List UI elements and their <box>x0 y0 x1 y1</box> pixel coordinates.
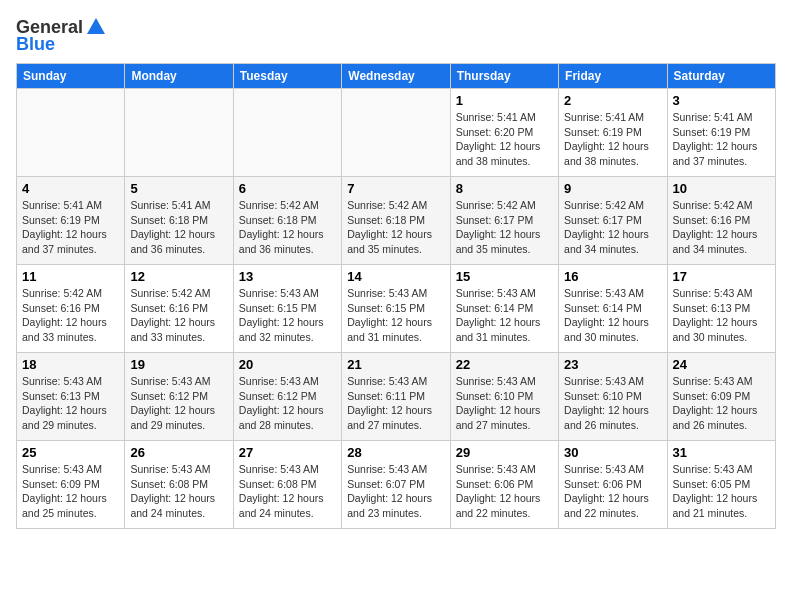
day-info: Sunrise: 5:43 AM Sunset: 6:08 PM Dayligh… <box>130 462 227 521</box>
calendar-cell: 16Sunrise: 5:43 AM Sunset: 6:14 PM Dayli… <box>559 265 667 353</box>
header-cell-monday: Monday <box>125 64 233 89</box>
day-info: Sunrise: 5:43 AM Sunset: 6:09 PM Dayligh… <box>673 374 770 433</box>
calendar-cell: 14Sunrise: 5:43 AM Sunset: 6:15 PM Dayli… <box>342 265 450 353</box>
header-cell-friday: Friday <box>559 64 667 89</box>
calendar-cell: 2Sunrise: 5:41 AM Sunset: 6:19 PM Daylig… <box>559 89 667 177</box>
day-number: 4 <box>22 181 119 196</box>
logo-icon <box>85 16 107 38</box>
day-number: 19 <box>130 357 227 372</box>
calendar-cell: 9Sunrise: 5:42 AM Sunset: 6:17 PM Daylig… <box>559 177 667 265</box>
calendar-cell: 3Sunrise: 5:41 AM Sunset: 6:19 PM Daylig… <box>667 89 775 177</box>
calendar-cell: 8Sunrise: 5:42 AM Sunset: 6:17 PM Daylig… <box>450 177 558 265</box>
day-number: 3 <box>673 93 770 108</box>
calendar-week-row: 18Sunrise: 5:43 AM Sunset: 6:13 PM Dayli… <box>17 353 776 441</box>
day-number: 28 <box>347 445 444 460</box>
calendar-cell: 30Sunrise: 5:43 AM Sunset: 6:06 PM Dayli… <box>559 441 667 529</box>
day-number: 12 <box>130 269 227 284</box>
day-number: 22 <box>456 357 553 372</box>
day-info: Sunrise: 5:42 AM Sunset: 6:16 PM Dayligh… <box>22 286 119 345</box>
header-cell-saturday: Saturday <box>667 64 775 89</box>
day-number: 25 <box>22 445 119 460</box>
calendar-header-row: SundayMondayTuesdayWednesdayThursdayFrid… <box>17 64 776 89</box>
calendar-week-row: 1Sunrise: 5:41 AM Sunset: 6:20 PM Daylig… <box>17 89 776 177</box>
calendar-cell: 13Sunrise: 5:43 AM Sunset: 6:15 PM Dayli… <box>233 265 341 353</box>
day-number: 23 <box>564 357 661 372</box>
day-info: Sunrise: 5:43 AM Sunset: 6:15 PM Dayligh… <box>239 286 336 345</box>
calendar-cell: 31Sunrise: 5:43 AM Sunset: 6:05 PM Dayli… <box>667 441 775 529</box>
calendar-cell: 22Sunrise: 5:43 AM Sunset: 6:10 PM Dayli… <box>450 353 558 441</box>
day-info: Sunrise: 5:43 AM Sunset: 6:13 PM Dayligh… <box>673 286 770 345</box>
day-number: 18 <box>22 357 119 372</box>
day-info: Sunrise: 5:43 AM Sunset: 6:10 PM Dayligh… <box>564 374 661 433</box>
day-number: 21 <box>347 357 444 372</box>
calendar-cell: 1Sunrise: 5:41 AM Sunset: 6:20 PM Daylig… <box>450 89 558 177</box>
day-info: Sunrise: 5:43 AM Sunset: 6:05 PM Dayligh… <box>673 462 770 521</box>
calendar-cell: 12Sunrise: 5:42 AM Sunset: 6:16 PM Dayli… <box>125 265 233 353</box>
calendar-cell: 24Sunrise: 5:43 AM Sunset: 6:09 PM Dayli… <box>667 353 775 441</box>
day-info: Sunrise: 5:42 AM Sunset: 6:17 PM Dayligh… <box>564 198 661 257</box>
day-info: Sunrise: 5:43 AM Sunset: 6:12 PM Dayligh… <box>130 374 227 433</box>
calendar-cell: 15Sunrise: 5:43 AM Sunset: 6:14 PM Dayli… <box>450 265 558 353</box>
day-number: 11 <box>22 269 119 284</box>
day-info: Sunrise: 5:43 AM Sunset: 6:10 PM Dayligh… <box>456 374 553 433</box>
day-number: 10 <box>673 181 770 196</box>
day-info: Sunrise: 5:43 AM Sunset: 6:06 PM Dayligh… <box>456 462 553 521</box>
header-cell-thursday: Thursday <box>450 64 558 89</box>
day-info: Sunrise: 5:43 AM Sunset: 6:07 PM Dayligh… <box>347 462 444 521</box>
logo-blue-text: Blue <box>16 34 55 55</box>
calendar-cell <box>125 89 233 177</box>
calendar-cell: 26Sunrise: 5:43 AM Sunset: 6:08 PM Dayli… <box>125 441 233 529</box>
calendar-cell: 17Sunrise: 5:43 AM Sunset: 6:13 PM Dayli… <box>667 265 775 353</box>
calendar-cell: 20Sunrise: 5:43 AM Sunset: 6:12 PM Dayli… <box>233 353 341 441</box>
day-number: 6 <box>239 181 336 196</box>
day-number: 15 <box>456 269 553 284</box>
calendar-table: SundayMondayTuesdayWednesdayThursdayFrid… <box>16 63 776 529</box>
header-cell-wednesday: Wednesday <box>342 64 450 89</box>
day-info: Sunrise: 5:42 AM Sunset: 6:16 PM Dayligh… <box>673 198 770 257</box>
calendar-cell: 27Sunrise: 5:43 AM Sunset: 6:08 PM Dayli… <box>233 441 341 529</box>
day-info: Sunrise: 5:43 AM Sunset: 6:09 PM Dayligh… <box>22 462 119 521</box>
day-info: Sunrise: 5:42 AM Sunset: 6:18 PM Dayligh… <box>347 198 444 257</box>
calendar-cell: 4Sunrise: 5:41 AM Sunset: 6:19 PM Daylig… <box>17 177 125 265</box>
header-cell-tuesday: Tuesday <box>233 64 341 89</box>
calendar-cell: 5Sunrise: 5:41 AM Sunset: 6:18 PM Daylig… <box>125 177 233 265</box>
day-number: 13 <box>239 269 336 284</box>
day-info: Sunrise: 5:43 AM Sunset: 6:12 PM Dayligh… <box>239 374 336 433</box>
day-number: 30 <box>564 445 661 460</box>
calendar-cell: 25Sunrise: 5:43 AM Sunset: 6:09 PM Dayli… <box>17 441 125 529</box>
day-info: Sunrise: 5:41 AM Sunset: 6:19 PM Dayligh… <box>564 110 661 169</box>
day-info: Sunrise: 5:43 AM Sunset: 6:15 PM Dayligh… <box>347 286 444 345</box>
day-number: 5 <box>130 181 227 196</box>
day-number: 16 <box>564 269 661 284</box>
day-info: Sunrise: 5:41 AM Sunset: 6:20 PM Dayligh… <box>456 110 553 169</box>
header: General Blue <box>16 16 776 55</box>
calendar-cell: 19Sunrise: 5:43 AM Sunset: 6:12 PM Dayli… <box>125 353 233 441</box>
day-number: 1 <box>456 93 553 108</box>
day-info: Sunrise: 5:43 AM Sunset: 6:11 PM Dayligh… <box>347 374 444 433</box>
calendar-cell <box>17 89 125 177</box>
day-number: 2 <box>564 93 661 108</box>
day-number: 24 <box>673 357 770 372</box>
day-number: 20 <box>239 357 336 372</box>
day-info: Sunrise: 5:42 AM Sunset: 6:16 PM Dayligh… <box>130 286 227 345</box>
calendar-cell: 18Sunrise: 5:43 AM Sunset: 6:13 PM Dayli… <box>17 353 125 441</box>
calendar-cell <box>342 89 450 177</box>
calendar-cell <box>233 89 341 177</box>
day-number: 26 <box>130 445 227 460</box>
calendar-cell: 21Sunrise: 5:43 AM Sunset: 6:11 PM Dayli… <box>342 353 450 441</box>
day-number: 7 <box>347 181 444 196</box>
day-number: 27 <box>239 445 336 460</box>
day-info: Sunrise: 5:43 AM Sunset: 6:08 PM Dayligh… <box>239 462 336 521</box>
day-number: 8 <box>456 181 553 196</box>
calendar-week-row: 4Sunrise: 5:41 AM Sunset: 6:19 PM Daylig… <box>17 177 776 265</box>
calendar-week-row: 25Sunrise: 5:43 AM Sunset: 6:09 PM Dayli… <box>17 441 776 529</box>
day-info: Sunrise: 5:43 AM Sunset: 6:06 PM Dayligh… <box>564 462 661 521</box>
day-info: Sunrise: 5:43 AM Sunset: 6:14 PM Dayligh… <box>456 286 553 345</box>
header-cell-sunday: Sunday <box>17 64 125 89</box>
calendar-cell: 10Sunrise: 5:42 AM Sunset: 6:16 PM Dayli… <box>667 177 775 265</box>
day-info: Sunrise: 5:41 AM Sunset: 6:18 PM Dayligh… <box>130 198 227 257</box>
day-info: Sunrise: 5:42 AM Sunset: 6:17 PM Dayligh… <box>456 198 553 257</box>
logo: General Blue <box>16 16 107 55</box>
day-number: 17 <box>673 269 770 284</box>
day-number: 14 <box>347 269 444 284</box>
